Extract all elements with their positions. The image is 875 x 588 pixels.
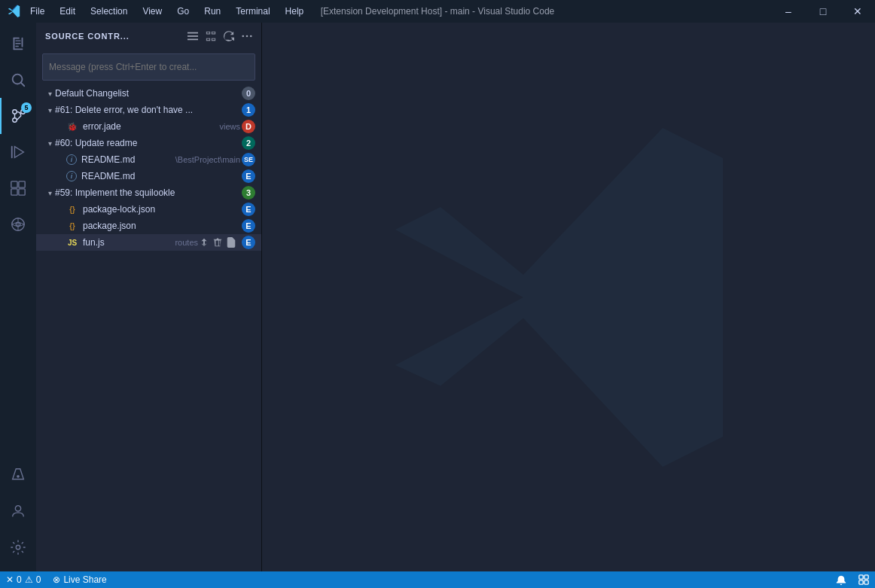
main-layout: 5	[0, 23, 875, 571]
warning-icon: ⚠	[25, 574, 33, 585]
jade-file-icon: 🐞	[66, 120, 78, 133]
svg-rect-31	[859, 575, 863, 579]
warning-count: 0	[36, 574, 41, 585]
source-control-badge: 5	[21, 102, 32, 113]
file-item-package-json[interactable]: {} package.json E	[36, 218, 261, 234]
svg-rect-5	[15, 43, 20, 44]
refresh-icon[interactable]	[221, 28, 237, 44]
filename: README.md	[81, 171, 237, 181]
svg-rect-1	[14, 38, 15, 50]
statusbar-live-share[interactable]: ⊗ Live Share	[47, 571, 112, 588]
file-path: routes	[175, 238, 198, 247]
filename: package.json	[83, 221, 237, 231]
sidebar-title: SOURCE CONTR...	[45, 32, 184, 41]
group-61[interactable]: ▾ #61: Delete error, we don't have ... 1	[36, 102, 261, 118]
statusbar-layout[interactable]	[852, 571, 875, 588]
titlebar-left: File Edit Selection View Go Run Terminal…	[0, 0, 311, 23]
activity-run[interactable]	[0, 134, 36, 170]
chevron-down-icon: ▾	[48, 90, 52, 98]
menu-help[interactable]: Help	[278, 0, 312, 23]
file-path: views	[219, 122, 240, 131]
menu-go[interactable]: Go	[169, 0, 197, 23]
expand-all-icon[interactable]	[203, 28, 219, 44]
file-status-badge: E	[242, 219, 255, 233]
filename: README.md	[81, 154, 172, 165]
vscode-logo	[6, 3, 23, 20]
svg-rect-15	[11, 181, 17, 187]
chevron-down-icon: ▾	[48, 139, 52, 148]
statusbar-right	[830, 571, 875, 588]
file-item-fun-js[interactable]: JS fun.js routes	[36, 234, 261, 251]
svg-point-28	[242, 35, 244, 37]
activity-explorer[interactable]	[0, 26, 36, 62]
open-file-icon[interactable]	[225, 236, 237, 248]
group-60[interactable]: ▾ #60: Update readme 2	[36, 135, 261, 151]
vscode-watermark-logo	[380, 109, 757, 486]
svg-rect-32	[864, 575, 868, 579]
svg-point-24	[16, 545, 20, 550]
file-status-badge: D	[242, 120, 255, 133]
svg-rect-34	[864, 580, 868, 584]
titlebar-menu: File Edit Selection View Go Run Terminal…	[23, 0, 311, 23]
discard-icon[interactable]	[212, 236, 224, 248]
chevron-down-icon: ▾	[48, 189, 52, 197]
activity-remote[interactable]	[0, 206, 36, 242]
svg-rect-4	[15, 40, 20, 41]
minimize-button[interactable]: –	[771, 0, 806, 23]
activity-settings[interactable]	[0, 529, 36, 565]
statusbar-notifications[interactable]	[830, 571, 852, 588]
svg-rect-17	[11, 189, 17, 195]
error-count: 0	[17, 574, 22, 585]
statusbar-errors[interactable]: ✕ 0 ⚠ 0	[0, 571, 47, 588]
file-item-error-jade[interactable]: 🐞 error.jade views D	[36, 118, 261, 135]
live-share-label: Live Share	[63, 574, 106, 585]
activity-test[interactable]	[0, 457, 36, 493]
file-status-badge: E	[242, 236, 255, 249]
filename: package-lock.json	[83, 204, 237, 215]
group-default-changelist[interactable]: ▾ Default Changelist 0	[36, 85, 261, 102]
js-file-icon: JS	[66, 236, 78, 248]
activity-extensions[interactable]	[0, 170, 36, 206]
svg-rect-33	[859, 580, 863, 584]
sidebar: SOURCE CONTR...	[36, 23, 262, 571]
svg-rect-2	[14, 48, 23, 50]
svg-rect-16	[19, 181, 25, 187]
menu-selection[interactable]: Selection	[83, 0, 135, 23]
menu-run[interactable]: Run	[197, 0, 228, 23]
file-item-readme-bestproject[interactable]: i README.md \BestProject\main SE	[36, 151, 261, 168]
info-file-icon: i	[66, 154, 77, 165]
menu-terminal[interactable]: Terminal	[228, 0, 277, 23]
activity-source-control[interactable]: 5	[0, 98, 36, 134]
group-name: #61: Delete error, we don't have ...	[55, 105, 242, 115]
activity-search[interactable]	[0, 62, 36, 98]
svg-point-30	[250, 35, 252, 37]
list-view-icon[interactable]	[184, 28, 201, 44]
activity-bottom	[0, 457, 36, 565]
group-59[interactable]: ▾ #59: Implement the squilookle 3	[36, 184, 261, 201]
menu-edit[interactable]: Edit	[52, 0, 83, 23]
menu-file[interactable]: File	[23, 0, 52, 23]
file-item-package-lock[interactable]: {} package-lock.json E	[36, 201, 261, 218]
maximize-button[interactable]: □	[806, 0, 840, 23]
window-controls: – □ ✕	[771, 0, 875, 23]
svg-rect-3	[22, 38, 23, 47]
file-item-readme-root[interactable]: i README.md E	[36, 168, 261, 184]
menu-view[interactable]: View	[135, 0, 169, 23]
more-actions-icon[interactable]	[239, 28, 255, 44]
activity-accounts[interactable]	[0, 493, 36, 529]
close-button[interactable]: ✕	[840, 0, 875, 23]
file-status-badge: E	[242, 169, 255, 183]
commit-message-input[interactable]	[42, 53, 255, 81]
group-badge: 2	[242, 136, 255, 150]
json-file-icon: {}	[66, 203, 78, 215]
svg-rect-27	[188, 38, 198, 40]
svg-point-29	[246, 35, 248, 37]
file-path: \BestProject\main	[175, 155, 240, 164]
sidebar-actions	[184, 28, 255, 44]
file-status-badge: E	[242, 203, 255, 216]
svg-rect-18	[19, 189, 25, 195]
group-name: Default Changelist	[55, 88, 242, 99]
error-icon: ✕	[6, 574, 14, 585]
open-changes-icon[interactable]	[198, 236, 210, 248]
svg-point-23	[15, 506, 20, 511]
